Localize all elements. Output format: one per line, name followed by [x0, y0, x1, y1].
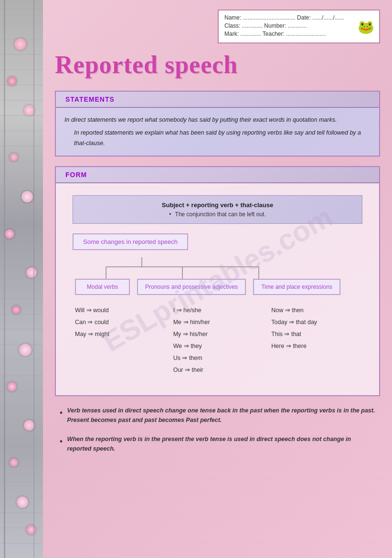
col2-title: Pronouns and possessive adjectives	[145, 284, 238, 290]
changes-title: Some changes in reported speech	[83, 238, 178, 245]
header-info-box: Name: ................................. …	[218, 10, 380, 43]
bullet-item-2: • When the reporting verb is in the pres…	[60, 434, 375, 453]
time-place-box: Time and place expressions	[253, 279, 340, 295]
modal-verbs-box: Modal verbs	[75, 279, 130, 295]
connector-lines	[73, 257, 311, 279]
modal-item-2: Can ⇒ could	[75, 316, 164, 328]
page-title: Reported speech	[55, 51, 380, 79]
date-label: Date: ....../....../......	[297, 14, 344, 21]
formula-note-row: • The conjunction that can be left out.	[83, 211, 352, 218]
main-content: ESLprintables.com Name: ................…	[43, 0, 392, 558]
bullet-text-2: When the reporting verb is in the presen…	[67, 434, 375, 453]
pronoun-item-4: We ⇒ they	[173, 340, 262, 352]
class-number-line: Class: ............. Number: ...........…	[224, 22, 373, 29]
three-columns: Will ⇒ would Can ⇒ could May ⇒ might I ⇒…	[70, 302, 365, 379]
pronouns-content: I ⇒ he/she Me ⇒ him/her My ⇒ his/her We …	[169, 302, 267, 379]
pronoun-item-6: Our ⇒ their	[173, 364, 262, 376]
mark-label: Mark: .............	[224, 31, 261, 37]
statements-p1: In direct statements we report what some…	[64, 115, 371, 125]
formula-note: The conjunction that can be left out.	[175, 211, 266, 218]
bullet-dot-2: •	[60, 435, 63, 448]
modal-item-1: Will ⇒ would	[75, 305, 164, 316]
form-title: FORM	[56, 167, 379, 183]
statements-body: In direct statements we report what some…	[56, 108, 379, 156]
formula-box: Subject + reporting verb + that-clause •…	[73, 195, 362, 224]
pronoun-item-2: Me ⇒ him/her	[173, 316, 262, 328]
bullet-item-1: • Verb tenses used in direct speech chan…	[60, 406, 375, 425]
mark-teacher-line: Mark: ............. Teacher: ...........…	[224, 31, 373, 37]
frog-icon: 🐸	[358, 19, 374, 34]
modal-item-3: May ⇒ might	[75, 328, 164, 340]
bullet-dot-1: •	[60, 407, 63, 419]
bullets-section: • Verb tenses used in direct speech chan…	[55, 406, 380, 453]
bullet-text-1: Verb tenses used in direct speech change…	[67, 406, 375, 425]
name-date-line: Name: ................................. …	[224, 14, 373, 21]
name-label: Name: .................................	[224, 14, 296, 21]
number-label: Number: ............	[264, 22, 307, 29]
pronouns-box: Pronouns and possessive adjectives	[137, 279, 246, 295]
col3-title: Time and place expressions	[261, 284, 332, 290]
formula-text: Subject + reporting verb + that-clause	[83, 201, 352, 209]
decorative-strip	[0, 0, 43, 558]
time-item-1: Now ⇒ then	[271, 305, 360, 316]
class-label: Class: .............	[224, 22, 263, 29]
time-item-4: Here ⇒ there	[271, 340, 360, 352]
changes-title-box: Some changes in reported speech	[73, 233, 188, 250]
pronoun-item-5: Us ⇒ them	[173, 352, 262, 364]
col1-title: Modal verbs	[87, 284, 118, 290]
flow-diagram: Some changes in reported speech	[63, 229, 372, 388]
teacher-label: Teacher: .........................	[263, 31, 326, 37]
form-section: FORM Subject + reporting verb + that-cla…	[55, 166, 380, 396]
branches-row: Modal verbs Pronouns and possessive adje…	[75, 279, 365, 295]
pronoun-item-1: I ⇒ he/she	[173, 305, 262, 316]
time-place-content: Now ⇒ then Today ⇒ that day This ⇒ that …	[266, 302, 365, 379]
modal-verbs-content: Will ⇒ would Can ⇒ could May ⇒ might	[70, 302, 169, 379]
statements-p2: In reported statements we explain what h…	[64, 128, 371, 148]
time-item-2: Today ⇒ that day	[271, 316, 360, 328]
time-item-3: This ⇒ that	[271, 328, 360, 340]
statements-section: STATEMENTS In direct statements we repor…	[55, 91, 380, 157]
pronoun-item-3: My ⇒ his/her	[173, 328, 262, 340]
statements-title: STATEMENTS	[56, 92, 379, 108]
